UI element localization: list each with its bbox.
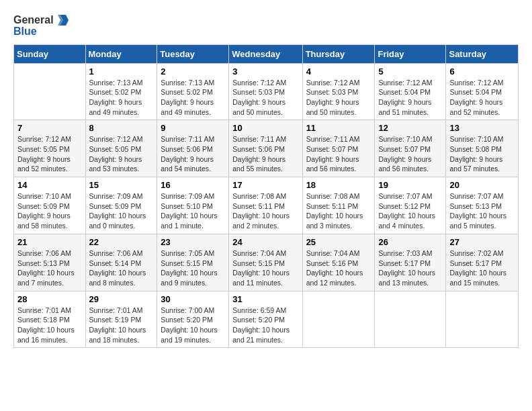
calendar-cell: 23 Sunrise: 7:05 AMSunset: 5:15 PMDaylig… xyxy=(157,234,229,291)
day-number: 27 xyxy=(449,237,515,247)
day-info: Sunrise: 7:06 AMSunset: 5:14 PMDaylight:… xyxy=(89,248,154,288)
day-number: 31 xyxy=(232,294,298,304)
calendar-cell: 5 Sunrise: 7:12 AMSunset: 5:04 PMDayligh… xyxy=(375,63,446,120)
calendar-cell: 29 Sunrise: 7:01 AMSunset: 5:19 PMDaylig… xyxy=(85,291,157,348)
calendar-cell: 2 Sunrise: 7:13 AMSunset: 5:02 PMDayligh… xyxy=(157,63,229,120)
calendar-cell: 12 Sunrise: 7:10 AMSunset: 5:07 PMDaylig… xyxy=(375,120,446,177)
day-info: Sunrise: 7:01 AMSunset: 5:19 PMDaylight:… xyxy=(89,306,154,345)
day-info: Sunrise: 7:08 AMSunset: 5:11 PMDaylight:… xyxy=(306,191,371,231)
day-info: Sunrise: 7:12 AMSunset: 5:03 PMDaylight:… xyxy=(306,78,371,118)
day-number: 21 xyxy=(17,237,82,247)
day-info: Sunrise: 7:12 AMSunset: 5:04 PMDaylight:… xyxy=(378,78,442,118)
calendar-cell: 7 Sunrise: 7:12 AMSunset: 5:05 PMDayligh… xyxy=(14,120,86,177)
calendar-cell: 25 Sunrise: 7:04 AMSunset: 5:16 PMDaylig… xyxy=(302,234,375,291)
day-number: 23 xyxy=(161,237,225,247)
day-info: Sunrise: 7:13 AMSunset: 5:02 PMDaylight:… xyxy=(89,78,154,118)
day-info: Sunrise: 7:12 AMSunset: 5:05 PMDaylight:… xyxy=(17,134,82,174)
calendar-cell: 18 Sunrise: 7:08 AMSunset: 5:11 PMDaylig… xyxy=(302,177,375,234)
calendar-cell xyxy=(14,63,86,120)
day-number: 5 xyxy=(378,66,442,77)
calendar-cell: 11 Sunrise: 7:11 AMSunset: 5:07 PMDaylig… xyxy=(302,120,375,177)
day-number: 26 xyxy=(378,237,442,247)
logo: General Blue xyxy=(13,13,69,38)
day-info: Sunrise: 7:12 AMSunset: 5:04 PMDaylight:… xyxy=(449,78,515,118)
day-info: Sunrise: 7:09 AMSunset: 5:09 PMDaylight:… xyxy=(89,191,154,231)
calendar-cell: 19 Sunrise: 7:07 AMSunset: 5:12 PMDaylig… xyxy=(375,177,446,234)
calendar-cell: 31 Sunrise: 6:59 AMSunset: 5:20 PMDaylig… xyxy=(229,291,302,348)
day-info: Sunrise: 7:09 AMSunset: 5:10 PMDaylight:… xyxy=(161,191,225,231)
calendar-table: SundayMondayTuesdayWednesdayThursdayFrid… xyxy=(13,44,519,349)
day-number: 15 xyxy=(89,180,154,190)
day-number: 14 xyxy=(17,180,82,190)
calendar-cell: 21 Sunrise: 7:06 AMSunset: 5:13 PMDaylig… xyxy=(14,234,86,291)
weekday-header: Wednesday xyxy=(229,44,302,63)
day-info: Sunrise: 7:10 AMSunset: 5:07 PMDaylight:… xyxy=(378,134,442,174)
calendar-cell: 13 Sunrise: 7:10 AMSunset: 5:08 PMDaylig… xyxy=(446,120,519,177)
calendar-cell: 30 Sunrise: 7:00 AMSunset: 5:20 PMDaylig… xyxy=(157,291,229,348)
day-number: 20 xyxy=(449,180,515,190)
calendar-cell: 4 Sunrise: 7:12 AMSunset: 5:03 PMDayligh… xyxy=(302,63,375,120)
day-info: Sunrise: 7:12 AMSunset: 5:05 PMDaylight:… xyxy=(89,134,154,174)
day-number: 29 xyxy=(89,294,154,304)
day-number: 19 xyxy=(378,180,442,190)
day-info: Sunrise: 7:00 AMSunset: 5:20 PMDaylight:… xyxy=(161,306,225,345)
calendar-cell xyxy=(375,291,446,348)
calendar-cell xyxy=(446,291,519,348)
calendar-week-row: 7 Sunrise: 7:12 AMSunset: 5:05 PMDayligh… xyxy=(14,120,519,177)
day-number: 10 xyxy=(232,123,298,133)
calendar-cell: 20 Sunrise: 7:07 AMSunset: 5:13 PMDaylig… xyxy=(446,177,519,234)
logo-general-text: General xyxy=(13,14,54,26)
calendar-cell: 9 Sunrise: 7:11 AMSunset: 5:06 PMDayligh… xyxy=(157,120,229,177)
day-number: 4 xyxy=(306,66,371,77)
calendar-cell: 16 Sunrise: 7:09 AMSunset: 5:10 PMDaylig… xyxy=(157,177,229,234)
day-number: 7 xyxy=(17,123,82,133)
calendar-cell: 8 Sunrise: 7:12 AMSunset: 5:05 PMDayligh… xyxy=(85,120,157,177)
day-info: Sunrise: 7:12 AMSunset: 5:03 PMDaylight:… xyxy=(232,78,298,118)
calendar-cell: 1 Sunrise: 7:13 AMSunset: 5:02 PMDayligh… xyxy=(85,63,157,120)
calendar-week-row: 14 Sunrise: 7:10 AMSunset: 5:09 PMDaylig… xyxy=(14,177,519,234)
day-info: Sunrise: 7:07 AMSunset: 5:12 PMDaylight:… xyxy=(378,191,442,231)
weekday-header: Saturday xyxy=(446,44,519,63)
day-number: 17 xyxy=(232,180,298,190)
day-number: 30 xyxy=(161,294,225,304)
day-info: Sunrise: 7:07 AMSunset: 5:13 PMDaylight:… xyxy=(449,191,515,231)
calendar-cell: 17 Sunrise: 7:08 AMSunset: 5:11 PMDaylig… xyxy=(229,177,302,234)
day-number: 16 xyxy=(161,180,225,190)
weekday-header: Thursday xyxy=(302,44,375,63)
day-number: 11 xyxy=(306,123,371,133)
weekday-header: Monday xyxy=(85,44,157,63)
day-info: Sunrise: 7:06 AMSunset: 5:13 PMDaylight:… xyxy=(17,248,82,288)
day-info: Sunrise: 7:01 AMSunset: 5:18 PMDaylight:… xyxy=(17,306,82,345)
calendar-cell: 28 Sunrise: 7:01 AMSunset: 5:18 PMDaylig… xyxy=(14,291,86,348)
day-info: Sunrise: 7:04 AMSunset: 5:15 PMDaylight:… xyxy=(232,248,298,288)
day-info: Sunrise: 7:05 AMSunset: 5:15 PMDaylight:… xyxy=(161,248,225,288)
day-number: 18 xyxy=(306,180,371,190)
calendar-week-row: 21 Sunrise: 7:06 AMSunset: 5:13 PMDaylig… xyxy=(14,234,519,291)
day-number: 9 xyxy=(161,123,225,133)
day-info: Sunrise: 6:59 AMSunset: 5:20 PMDaylight:… xyxy=(232,306,298,345)
weekday-header: Sunday xyxy=(14,44,86,63)
logo-chevron-icon xyxy=(55,13,69,27)
day-number: 6 xyxy=(449,66,515,77)
day-info: Sunrise: 7:11 AMSunset: 5:06 PMDaylight:… xyxy=(232,134,298,174)
day-info: Sunrise: 7:04 AMSunset: 5:16 PMDaylight:… xyxy=(306,248,371,288)
calendar-cell: 3 Sunrise: 7:12 AMSunset: 5:03 PMDayligh… xyxy=(229,63,302,120)
calendar-week-row: 1 Sunrise: 7:13 AMSunset: 5:02 PMDayligh… xyxy=(14,63,519,120)
day-number: 13 xyxy=(449,123,515,133)
calendar-cell: 26 Sunrise: 7:03 AMSunset: 5:17 PMDaylig… xyxy=(375,234,446,291)
header: General Blue xyxy=(13,13,519,38)
weekday-header: Friday xyxy=(375,44,446,63)
day-number: 1 xyxy=(89,66,154,77)
calendar-cell: 27 Sunrise: 7:02 AMSunset: 5:17 PMDaylig… xyxy=(446,234,519,291)
calendar-cell: 24 Sunrise: 7:04 AMSunset: 5:15 PMDaylig… xyxy=(229,234,302,291)
calendar-cell: 10 Sunrise: 7:11 AMSunset: 5:06 PMDaylig… xyxy=(229,120,302,177)
day-info: Sunrise: 7:03 AMSunset: 5:17 PMDaylight:… xyxy=(378,248,442,288)
calendar-cell: 14 Sunrise: 7:10 AMSunset: 5:09 PMDaylig… xyxy=(14,177,86,234)
day-info: Sunrise: 7:11 AMSunset: 5:07 PMDaylight:… xyxy=(306,134,371,174)
day-info: Sunrise: 7:13 AMSunset: 5:02 PMDaylight:… xyxy=(161,78,225,118)
day-number: 22 xyxy=(89,237,154,247)
calendar-cell: 22 Sunrise: 7:06 AMSunset: 5:14 PMDaylig… xyxy=(85,234,157,291)
day-number: 3 xyxy=(232,66,298,77)
day-number: 8 xyxy=(89,123,154,133)
logo-blue-text: Blue xyxy=(13,26,69,38)
